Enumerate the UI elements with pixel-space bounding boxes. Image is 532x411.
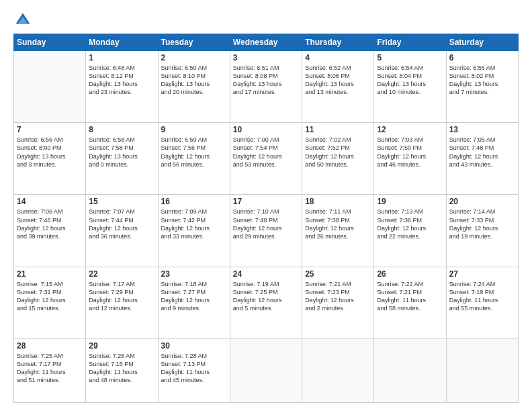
day-info: Sunrise: 7:03 AM Sunset: 7:50 PM Dayligh… [377, 136, 443, 169]
day-info: Sunrise: 7:21 AM Sunset: 7:23 PM Dayligh… [305, 280, 371, 313]
col-header-friday: Friday [374, 34, 446, 51]
day-info: Sunrise: 6:52 AM Sunset: 8:06 PM Dayligh… [305, 64, 371, 97]
calendar-cell: 6Sunrise: 6:55 AM Sunset: 8:02 PM Daylig… [446, 51, 518, 123]
calendar-row-2: 7Sunrise: 6:56 AM Sunset: 8:00 PM Daylig… [14, 123, 519, 195]
day-number: 11 [305, 125, 371, 134]
day-number: 15 [89, 197, 154, 206]
page: SundayMondayTuesdayWednesdayThursdayFrid… [0, 0, 532, 411]
calendar-cell: 15Sunrise: 7:07 AM Sunset: 7:44 PM Dayli… [86, 195, 158, 267]
day-number: 19 [377, 197, 443, 206]
calendar-cell: 23Sunrise: 7:18 AM Sunset: 7:27 PM Dayli… [158, 267, 230, 338]
day-number: 6 [449, 53, 515, 62]
day-number: 28 [17, 341, 83, 351]
calendar-cell: 26Sunrise: 7:22 AM Sunset: 7:21 PM Dayli… [374, 267, 446, 338]
day-info: Sunrise: 6:54 AM Sunset: 8:04 PM Dayligh… [377, 64, 443, 97]
calendar-cell: 18Sunrise: 7:11 AM Sunset: 7:38 PM Dayli… [302, 195, 374, 267]
day-info: Sunrise: 7:26 AM Sunset: 7:15 PM Dayligh… [89, 352, 154, 385]
calendar-cell [230, 338, 302, 402]
day-number: 22 [89, 269, 154, 279]
day-number: 5 [377, 53, 443, 62]
day-number: 9 [161, 125, 227, 134]
calendar-cell: 20Sunrise: 7:14 AM Sunset: 7:33 PM Dayli… [446, 195, 518, 267]
calendar-cell: 11Sunrise: 7:02 AM Sunset: 7:52 PM Dayli… [302, 123, 374, 195]
calendar-cell: 14Sunrise: 7:06 AM Sunset: 7:46 PM Dayli… [14, 195, 86, 267]
calendar-cell: 4Sunrise: 6:52 AM Sunset: 8:06 PM Daylig… [302, 51, 374, 123]
day-info: Sunrise: 6:50 AM Sunset: 8:10 PM Dayligh… [161, 64, 227, 97]
calendar-cell: 29Sunrise: 7:26 AM Sunset: 7:15 PM Dayli… [86, 338, 158, 402]
day-info: Sunrise: 7:05 AM Sunset: 7:48 PM Dayligh… [449, 136, 515, 169]
calendar-cell: 8Sunrise: 6:58 AM Sunset: 7:58 PM Daylig… [86, 123, 158, 195]
col-header-monday: Monday [86, 34, 158, 51]
day-info: Sunrise: 7:25 AM Sunset: 7:17 PM Dayligh… [17, 352, 83, 385]
day-number: 23 [161, 269, 227, 279]
day-number: 21 [17, 269, 83, 279]
calendar-cell: 24Sunrise: 7:19 AM Sunset: 7:25 PM Dayli… [230, 267, 302, 338]
day-number: 1 [89, 53, 154, 62]
day-info: Sunrise: 7:19 AM Sunset: 7:25 PM Dayligh… [233, 280, 299, 313]
day-info: Sunrise: 7:11 AM Sunset: 7:38 PM Dayligh… [305, 208, 371, 240]
day-number: 26 [377, 269, 443, 279]
calendar-cell: 28Sunrise: 7:25 AM Sunset: 7:17 PM Dayli… [14, 338, 86, 402]
day-info: Sunrise: 7:14 AM Sunset: 7:33 PM Dayligh… [449, 208, 515, 240]
calendar-cell: 30Sunrise: 7:28 AM Sunset: 7:13 PM Dayli… [158, 338, 230, 402]
calendar-row-5: 28Sunrise: 7:25 AM Sunset: 7:17 PM Dayli… [14, 338, 519, 402]
day-info: Sunrise: 7:13 AM Sunset: 7:36 PM Dayligh… [377, 208, 443, 240]
day-info: Sunrise: 7:09 AM Sunset: 7:42 PM Dayligh… [161, 208, 227, 240]
calendar-cell: 22Sunrise: 7:17 AM Sunset: 7:29 PM Dayli… [86, 267, 158, 338]
day-info: Sunrise: 6:59 AM Sunset: 7:56 PM Dayligh… [161, 136, 227, 169]
header [13, 12, 519, 28]
day-info: Sunrise: 6:48 AM Sunset: 8:12 PM Dayligh… [89, 64, 154, 97]
day-info: Sunrise: 6:56 AM Sunset: 8:00 PM Dayligh… [17, 136, 83, 169]
logo-icon [15, 12, 31, 28]
day-number: 29 [89, 341, 154, 351]
calendar-cell: 16Sunrise: 7:09 AM Sunset: 7:42 PM Dayli… [158, 195, 230, 267]
calendar-cell: 25Sunrise: 7:21 AM Sunset: 7:23 PM Dayli… [302, 267, 374, 338]
calendar-cell: 2Sunrise: 6:50 AM Sunset: 8:10 PM Daylig… [158, 51, 230, 123]
day-number: 17 [233, 197, 299, 206]
day-info: Sunrise: 7:06 AM Sunset: 7:46 PM Dayligh… [17, 208, 83, 240]
calendar-cell: 19Sunrise: 7:13 AM Sunset: 7:36 PM Dayli… [374, 195, 446, 267]
day-number: 30 [161, 341, 227, 351]
day-info: Sunrise: 7:15 AM Sunset: 7:31 PM Dayligh… [17, 280, 83, 313]
day-number: 25 [305, 269, 371, 279]
day-info: Sunrise: 7:22 AM Sunset: 7:21 PM Dayligh… [377, 280, 443, 313]
day-number: 4 [305, 53, 371, 62]
calendar-cell: 5Sunrise: 6:54 AM Sunset: 8:04 PM Daylig… [374, 51, 446, 123]
col-header-saturday: Saturday [446, 34, 518, 51]
calendar-cell: 17Sunrise: 7:10 AM Sunset: 7:40 PM Dayli… [230, 195, 302, 267]
day-number: 20 [449, 197, 515, 206]
calendar-cell: 3Sunrise: 6:51 AM Sunset: 8:08 PM Daylig… [230, 51, 302, 123]
day-number: 16 [161, 197, 227, 206]
calendar-cell: 27Sunrise: 7:24 AM Sunset: 7:19 PM Dayli… [446, 267, 518, 338]
calendar-table: SundayMondayTuesdayWednesdayThursdayFrid… [13, 34, 519, 403]
day-info: Sunrise: 6:51 AM Sunset: 8:08 PM Dayligh… [233, 64, 299, 97]
day-info: Sunrise: 7:18 AM Sunset: 7:27 PM Dayligh… [161, 280, 227, 313]
day-info: Sunrise: 7:17 AM Sunset: 7:29 PM Dayligh… [89, 280, 154, 313]
calendar-cell: 21Sunrise: 7:15 AM Sunset: 7:31 PM Dayli… [14, 267, 86, 338]
calendar-header-row: SundayMondayTuesdayWednesdayThursdayFrid… [14, 34, 519, 51]
day-info: Sunrise: 7:07 AM Sunset: 7:44 PM Dayligh… [89, 208, 154, 240]
day-number: 18 [305, 197, 371, 206]
calendar-cell: 13Sunrise: 7:05 AM Sunset: 7:48 PM Dayli… [446, 123, 518, 195]
calendar-cell: 12Sunrise: 7:03 AM Sunset: 7:50 PM Dayli… [374, 123, 446, 195]
day-info: Sunrise: 7:10 AM Sunset: 7:40 PM Dayligh… [233, 208, 299, 240]
day-number: 12 [377, 125, 443, 134]
day-number: 10 [233, 125, 299, 134]
calendar-row-4: 21Sunrise: 7:15 AM Sunset: 7:31 PM Dayli… [14, 267, 519, 338]
day-info: Sunrise: 7:00 AM Sunset: 7:54 PM Dayligh… [233, 136, 299, 169]
calendar-cell [302, 338, 374, 402]
calendar-cell: 1Sunrise: 6:48 AM Sunset: 8:12 PM Daylig… [86, 51, 158, 123]
col-header-sunday: Sunday [14, 34, 86, 51]
calendar-row-3: 14Sunrise: 7:06 AM Sunset: 7:46 PM Dayli… [14, 195, 519, 267]
day-info: Sunrise: 7:02 AM Sunset: 7:52 PM Dayligh… [305, 136, 371, 169]
calendar-cell [14, 51, 86, 123]
calendar-cell: 9Sunrise: 6:59 AM Sunset: 7:56 PM Daylig… [158, 123, 230, 195]
day-number: 27 [449, 269, 515, 279]
day-number: 24 [233, 269, 299, 279]
calendar-cell [446, 338, 518, 402]
calendar-cell: 10Sunrise: 7:00 AM Sunset: 7:54 PM Dayli… [230, 123, 302, 195]
logo [13, 12, 34, 28]
day-info: Sunrise: 6:55 AM Sunset: 8:02 PM Dayligh… [449, 64, 515, 97]
day-info: Sunrise: 7:28 AM Sunset: 7:13 PM Dayligh… [161, 352, 227, 385]
calendar-cell: 7Sunrise: 6:56 AM Sunset: 8:00 PM Daylig… [14, 123, 86, 195]
